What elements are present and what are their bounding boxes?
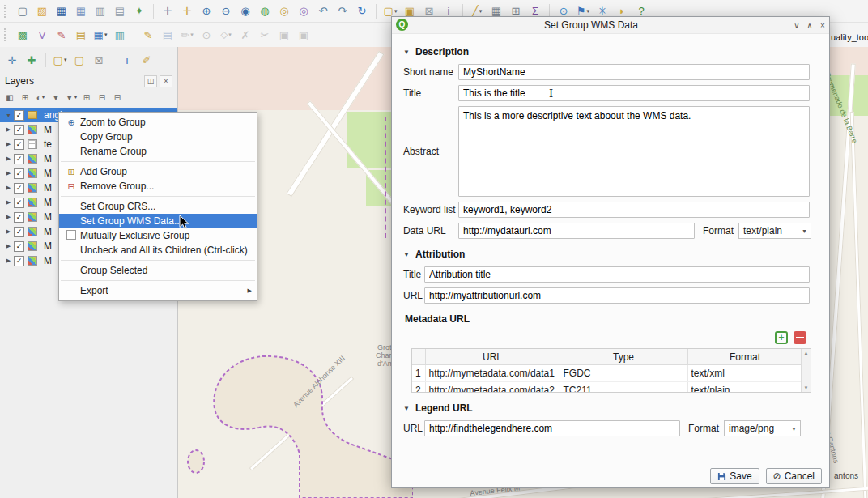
new-shapefile-layer-icon[interactable]: ▤ [72,26,90,44]
project-save-as-icon[interactable]: ▦ [72,2,90,20]
dialog-close-icon[interactable]: × [816,21,829,30]
menu-item-copy-group[interactable]: Copy Group [59,130,257,144]
dialog-titlebar[interactable]: Q Set Group WMS Data ∨ ∧ × [392,17,829,34]
add-record-icon[interactable]: ⊙ [198,26,215,44]
metadata-table[interactable]: URL Type Format 1http://mymetadata.com/d… [412,349,803,393]
vertex-tool-icon[interactable]: ⬦ [217,26,235,44]
expand-arrow-icon[interactable]: ▶ [3,126,14,133]
collapse-all-icon[interactable]: ⊟ [96,91,108,104]
delete-selected-icon[interactable]: ✗ [236,26,254,44]
layer-checkbox[interactable]: ✓ [14,198,24,208]
menu-item-remove-group[interactable]: ⊟Remove Group... [59,179,257,194]
layer-checkbox[interactable]: ✓ [14,168,24,179]
style-manager-icon[interactable]: ✦ [130,2,148,20]
filter-legend-icon[interactable]: ▼ [49,91,62,104]
layout-manager-icon[interactable]: ▤ [111,2,129,20]
expand-arrow-icon[interactable]: ▶ [3,185,14,191]
project-save-icon[interactable]: ▦ [53,2,70,20]
expand-arrow-icon[interactable]: ▶ [3,199,14,206]
pan-map-icon[interactable]: ✛ [159,2,177,20]
zoom-native-icon[interactable]: ◉ [236,2,254,20]
attribution-url-input[interactable] [424,287,810,304]
abstract-textarea[interactable]: This is a more descriptive text aboout t… [458,106,810,197]
zoom-in-icon[interactable]: ⊕ [198,2,215,20]
save-layer-edits-icon[interactable]: ▤ [159,26,177,44]
short-name-input[interactable] [458,64,810,80]
zoom-to-layer-icon[interactable]: ◎ [295,2,313,20]
expand-arrow-icon[interactable]: ▶ [3,258,14,264]
panel-close-icon[interactable]: × [160,75,172,87]
map-refresh-icon[interactable]: ↻ [353,2,371,20]
new-grid-layer-icon[interactable]: ▦ [91,26,109,44]
expand-arrow-icon[interactable]: ▶ [3,170,14,177]
new-print-layout-icon[interactable]: ▥ [91,2,109,20]
options-wrench-icon[interactable]: ✐ [138,51,155,69]
zoom-to-selection-icon[interactable]: ◎ [275,2,293,20]
attribution-title-input[interactable] [424,266,810,283]
pan-to-selection-icon[interactable]: ✛ [178,2,196,20]
zoom-out-icon[interactable]: ⊖ [217,2,235,20]
data-url-format-select[interactable]: text/plain ▼ [738,223,811,239]
panel-float-icon[interactable]: ◫ [144,75,157,87]
menu-item-set-group-wms-data[interactable]: Set Group WMS Data... [59,214,257,228]
menu-item-set-group-crs[interactable]: Set Group CRS... [59,199,257,214]
layer-checkbox[interactable]: ✓ [14,154,24,164]
layer-checkbox[interactable]: ✓ [14,110,24,121]
zoom-last-icon[interactable]: ↶ [314,2,332,20]
select-freehand-icon[interactable]: ▢ [70,51,88,69]
dialog-collapse-icon[interactable]: ∨ [790,21,803,30]
title-input[interactable] [458,85,810,101]
keyword-list-input[interactable] [458,202,810,218]
toolbar-handle[interactable] [4,28,9,41]
expand-arrow-icon[interactable]: ▶ [3,214,14,220]
remove-layer-group-icon[interactable]: ⊟ [111,91,124,104]
remove-metadata-row-button[interactable] [794,331,806,344]
new-mesh-layer-icon[interactable]: ▥ [111,26,129,44]
metadata-row[interactable]: 2http://mymetadata.com/data2TC211text/pl… [412,382,802,394]
identify-icon[interactable]: i [118,51,136,69]
menu-item-zoom-to-group[interactable]: ⊕Zoom to Group [59,115,257,130]
add-metadata-row-button[interactable]: + [775,331,788,344]
menu-item-add-group[interactable]: ⊞Add Group [59,164,257,179]
project-new-icon[interactable]: ▢ [14,2,32,20]
collapse-arrow-icon[interactable]: ▼ [3,113,14,118]
add-part-icon[interactable]: ✚ [23,51,40,69]
metadata-table-scrollbar[interactable]: ▲ ▼ [801,349,811,392]
scroll-down-icon[interactable]: ▼ [804,384,809,392]
layer-checkbox[interactable]: ✓ [14,227,24,237]
copy-features-icon[interactable]: ▣ [275,26,293,44]
menu-item-uncheck-and-all-its-children-ctrl-click[interactable]: Uncheck and All its Children (Ctrl-click… [59,243,257,258]
toolbar-handle[interactable] [4,5,9,18]
legend-format-select[interactable]: image/png ▼ [724,420,801,436]
scroll-up-icon[interactable]: ▲ [804,349,809,357]
select-rectangle-icon[interactable]: ▢ [51,51,69,69]
menu-item-group-selected[interactable]: Group Selected [59,263,257,278]
expand-arrow-icon[interactable]: ▶ [3,228,14,235]
zoom-next-icon[interactable]: ↷ [334,2,351,20]
layer-checkbox[interactable]: ✓ [14,183,24,194]
expand-arrow-icon[interactable]: ▶ [3,243,14,249]
section-collapse-icon[interactable]: ▼ [403,251,411,258]
move-feature-icon[interactable]: ✛ [3,51,21,69]
expand-arrow-icon[interactable]: ▶ [3,155,14,162]
toggle-editing-icon[interactable]: ✎ [139,26,157,44]
section-collapse-icon[interactable]: ▼ [403,49,411,56]
cut-features-icon[interactable]: ✂ [256,26,274,44]
paste-features-icon[interactable]: ▣ [295,26,313,44]
cancel-button[interactable]: ⊘ Cancel [766,468,822,484]
section-collapse-icon[interactable]: ▼ [403,405,411,412]
save-button[interactable]: Save [710,468,759,484]
layer-checkbox[interactable]: ✓ [14,139,24,150]
layer-checkbox[interactable]: ✓ [14,241,24,252]
new-geopackage-layer-icon[interactable]: ✎ [53,26,70,44]
data-url-input[interactable] [458,223,695,239]
layer-checkbox[interactable]: ✓ [14,125,24,135]
digitize-with-segment-icon[interactable]: ✏ [178,26,196,44]
data-source-manager-icon[interactable]: ▩ [14,26,32,44]
legend-url-input[interactable] [424,420,680,436]
metadata-row[interactable]: 1http://mymetadata.com/data1FGDCtext/xml [412,365,802,382]
zoom-full-icon[interactable]: ◍ [256,2,274,20]
add-group-icon[interactable]: ⊞ [19,91,32,104]
expand-arrow-icon[interactable]: ▶ [3,141,14,147]
expand-all-icon[interactable]: ⊞ [80,91,93,104]
